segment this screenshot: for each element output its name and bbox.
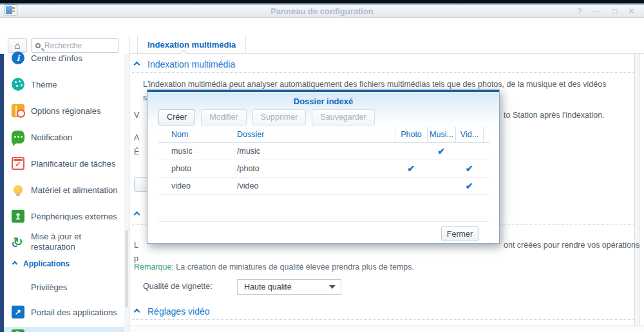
- column-header-spacer: [483, 127, 489, 142]
- table-row[interactable]: photo /photo ✔ ✔: [158, 160, 489, 178]
- thumbnail-quality-value: Haute qualité: [244, 282, 329, 291]
- sidebar-item-label: Thème: [31, 80, 57, 89]
- indexed-folder-table: Nom Dossier Photo Musi... Vid... music /…: [158, 127, 489, 195]
- section-collapse-chevron-icon[interactable]: [134, 309, 140, 315]
- window-controls: ? — □ ✕: [577, 5, 635, 18]
- note-label: Remarque:: [134, 263, 174, 272]
- occluded-text-fragment: V: [134, 111, 139, 120]
- speech-bubble-icon: [12, 131, 24, 143]
- app-icon-dot: [12, 10, 15, 12]
- palette-icon: [12, 78, 24, 91]
- sidebar-item-indexing-services[interactable]: Services d'indexation: [4, 327, 126, 332]
- sidebar-item-hardware-power[interactable]: Matériel et alimentation: [4, 178, 126, 201]
- dialog-footer-divider: [158, 221, 489, 222]
- sidebar-item-theme[interactable]: Thème: [4, 73, 126, 96]
- sidebar-item-label: Privilèges: [31, 282, 67, 292]
- maximize-icon[interactable]: □: [612, 6, 617, 16]
- update-arrows-icon: [12, 235, 24, 248]
- sidebar-scrollbar-thumb[interactable]: [125, 230, 128, 308]
- info-circle-icon: [12, 51, 24, 64]
- sidebar-item-regional-options[interactable]: Options régionales: [4, 99, 126, 122]
- app-icon-pane: [6, 6, 12, 14]
- app-portal-icon: [12, 306, 24, 318]
- sidebar-item-label: Périphériques externes: [31, 212, 117, 221]
- column-header-folder[interactable]: Dossier: [237, 130, 395, 139]
- occluded-text-fragment: to Station après l'indexation.: [504, 111, 605, 120]
- occluded-text-fragment: L: [134, 241, 138, 250]
- dialog-header: Dossier indexé Créer Modifier Supprimer …: [147, 92, 499, 129]
- table-header-row: Nom Dossier Photo Musi... Vid...: [158, 127, 489, 143]
- sidebar-item-application-portal[interactable]: Portail des applications: [4, 300, 126, 324]
- section-divider: [132, 72, 634, 73]
- window-titlebar: Panneau de configuration ? — □ ✕: [0, 3, 644, 18]
- column-header-video[interactable]: Vid...: [455, 127, 483, 142]
- dialog-title: Dossier indexé: [147, 92, 499, 109]
- content-scrollbar[interactable]: [634, 54, 639, 326]
- dialog-toolbar: Créer Modifier Supprimer Sauvegarder: [147, 109, 499, 125]
- privileges-grid-icon: [12, 281, 24, 293]
- column-header-photo[interactable]: Photo: [395, 127, 427, 142]
- app-icon-dot: [12, 7, 15, 9]
- sidebar-item-task-scheduler[interactable]: Planificateur de tâches: [4, 152, 126, 175]
- sidebar-item-privileges[interactable]: Privilèges: [4, 275, 126, 299]
- close-icon[interactable]: ✕: [628, 6, 635, 16]
- help-icon[interactable]: ?: [577, 6, 582, 16]
- sidebar-item-label: Matériel et alimentation: [31, 185, 117, 195]
- desktop: Panneau de configuration ? — □ ✕ ⌂ Index…: [0, 0, 644, 332]
- external-drive-icon: [12, 210, 24, 223]
- collapse-chevron-icon: [12, 261, 17, 266]
- sidebar-section-applications[interactable]: Applications: [4, 256, 126, 272]
- backup-button[interactable]: Sauvegarder: [312, 109, 375, 125]
- sidebar-item-notification[interactable]: Notification: [4, 125, 126, 149]
- cell-folder: /video: [237, 181, 395, 190]
- table-row[interactable]: video /video ✔: [158, 178, 489, 195]
- sidebar-item-label: Portail des applications: [31, 308, 117, 317]
- thumbnail-quality-select[interactable]: Haute qualité: [237, 279, 341, 295]
- note-line: Remarque: La création de miniatures de q…: [134, 263, 414, 272]
- tab-indexation-multimedia[interactable]: Indexation multimédia: [137, 36, 246, 53]
- occluded-text-fragment: A: [134, 133, 139, 142]
- action-bar: Appliquer Réinitialiser: [129, 326, 644, 332]
- sidebar-section-label: Applications: [23, 259, 70, 268]
- sidebar-scrollbar[interactable]: [124, 54, 129, 332]
- sidebar-item-label: Notification: [31, 133, 72, 142]
- column-header-music[interactable]: Musi...: [427, 127, 455, 142]
- occluded-text-fragment: p: [134, 254, 138, 263]
- sidebar-item-label: Options régionales: [31, 106, 100, 116]
- create-button[interactable]: Créer: [158, 109, 195, 125]
- close-dialog-button[interactable]: Fermer: [441, 226, 478, 241]
- tab-bar: Indexation multimédia: [129, 36, 644, 54]
- sidebar-item-info-center[interactable]: Centre d'infos: [4, 46, 126, 69]
- occluded-text-fragment: É: [134, 147, 139, 156]
- indexing-search-icon: [12, 329, 24, 332]
- chevron-down-icon: [329, 285, 336, 289]
- sidebar-item-update-restore[interactable]: Mise à jour et restauration: [4, 228, 126, 256]
- section-collapse-chevron-icon: [134, 212, 140, 218]
- sidebar-item-label: Centre d'infos: [31, 53, 82, 63]
- thumbnail-quality-label: Qualité de vignette:: [143, 282, 213, 291]
- section-collapse-chevron-icon[interactable]: [134, 62, 140, 68]
- sidebar-item-label: Mise à jour et restauration: [31, 232, 103, 252]
- delete-button[interactable]: Supprimer: [252, 109, 307, 125]
- modify-button[interactable]: Modifier: [201, 109, 246, 125]
- sidebar-item-external-devices[interactable]: Périphériques externes: [4, 205, 126, 228]
- music-checkmark-icon: ✔: [427, 146, 455, 156]
- control-panel-app-icon: [5, 5, 17, 15]
- section-title-video-settings: Réglages vidéo: [147, 306, 210, 317]
- sidebar: Centre d'infos Thème Options régionales …: [4, 54, 129, 332]
- cell-name: music: [158, 147, 237, 156]
- window-title: Panneau de configuration: [0, 5, 644, 18]
- sidebar-item-label: Planificateur de tâches: [31, 159, 116, 169]
- calendar-check-icon: [12, 157, 24, 170]
- column-header-name[interactable]: Nom: [158, 130, 237, 139]
- video-checkmark-icon: ✔: [455, 181, 483, 191]
- cell-name: photo: [158, 164, 237, 173]
- cell-folder: /photo: [237, 164, 395, 173]
- photo-checkmark-icon: ✔: [395, 163, 427, 174]
- cell-name: video: [158, 181, 237, 190]
- note-text: La création de miniatures de qualité éle…: [176, 263, 414, 272]
- minimize-icon[interactable]: —: [592, 6, 601, 16]
- section-divider: [132, 319, 634, 320]
- indexed-folder-dialog: Dossier indexé Créer Modifier Supprimer …: [147, 89, 500, 244]
- table-row[interactable]: music /music ✔: [158, 143, 489, 160]
